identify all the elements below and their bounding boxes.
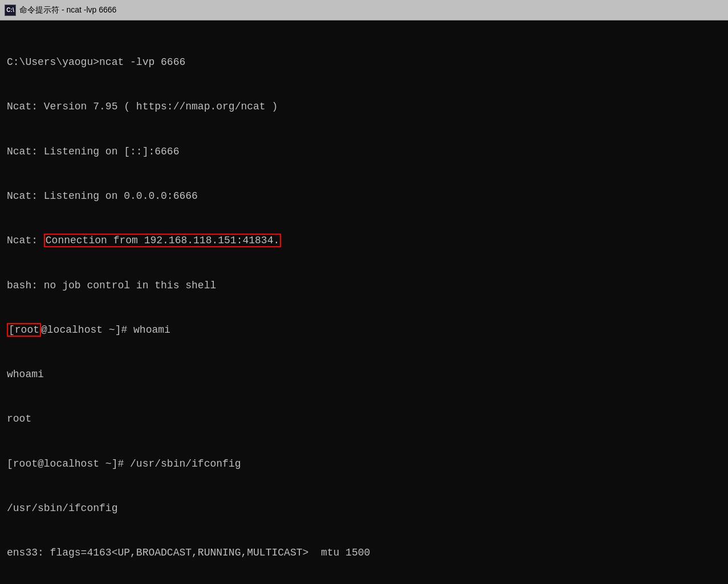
line-6: bash: no job control in this shell [7,278,721,293]
line-9: root [7,411,721,426]
line-10: [root@localhost ~]# /usr/sbin/ifconfig [7,456,721,471]
line-1: C:\Users\yaogu>ncat -lvp 6666 [7,55,721,70]
line-5-connection: Ncat: Connection from 192.168.118.151:41… [7,233,721,248]
line-2: Ncat: Version 7.95 ( https://nmap.org/nc… [7,99,721,114]
terminal-window: C:\Users\yaogu>ncat -lvp 6666 Ncat: Vers… [0,21,728,584]
connection-highlight-box: Connection from 192.168.118.151:41834. [44,234,281,247]
line-7-prompt: [root@localhost ~]# whoami [7,322,721,337]
title-bar: C:\ 命令提示符 - ncat -lvp 6666 [0,0,728,21]
line-3: Ncat: Listening on [::]:6666 [7,144,721,159]
window-title: 命令提示符 - ncat -lvp 6666 [19,5,116,15]
line-11: /usr/sbin/ifconfig [7,501,721,516]
line-8: whoami [7,367,721,382]
root-bracket-highlight: [root [7,323,41,337]
line-12: ens33: flags=4163<UP,BROADCAST,RUNNING,M… [7,545,721,560]
cmd-icon: C:\ [5,5,16,16]
line-4: Ncat: Listening on 0.0.0.0:6666 [7,189,721,203]
